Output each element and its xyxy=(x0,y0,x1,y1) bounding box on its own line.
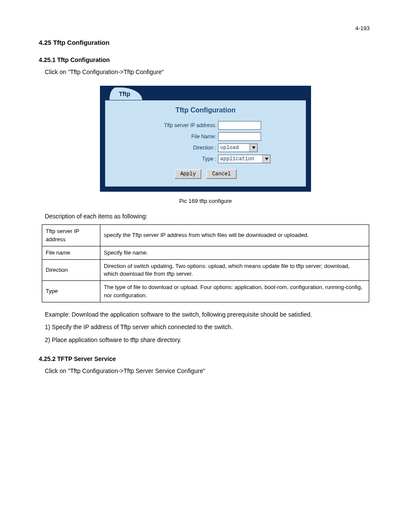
figure-caption: Pic 169 tftp configure xyxy=(39,198,372,204)
table-row: File name Specify file name. xyxy=(42,246,369,259)
panel-title: Tftp Configuration xyxy=(110,106,301,114)
label-file: File Name: xyxy=(110,134,218,140)
example-step-2: 2) Place application software to tftp sh… xyxy=(45,336,372,345)
tab-tftp[interactable]: Tftp xyxy=(109,87,142,100)
example-intro: Example: Download the application softwa… xyxy=(45,310,372,320)
page-number: 4-193 xyxy=(355,25,370,31)
description-table: Tftp server IP address specify the Tftp … xyxy=(42,224,369,302)
direction-value: upload xyxy=(218,144,249,152)
tab-row: Tftp xyxy=(100,86,311,100)
row-file: File Name: xyxy=(110,132,301,141)
cell-desc: Direction of switch updating. Two option… xyxy=(100,259,369,280)
subsection-heading-2: 4.25.2 TFTP Server Service xyxy=(39,355,372,362)
label-ip: Tftp server IP address: xyxy=(110,122,218,128)
cell-key: Direction xyxy=(42,259,100,280)
type-select[interactable]: application xyxy=(218,155,271,163)
button-row: Apply Cancel xyxy=(110,169,301,179)
svg-marker-1 xyxy=(265,158,268,160)
panel-body: Tftp Configuration Tftp server IP addres… xyxy=(105,100,306,187)
instruction-1: Click on "Tftp Configuration->Tftp Confi… xyxy=(45,68,372,77)
row-ip: Tftp server IP address: xyxy=(110,121,301,130)
row-direction: Direction : upload xyxy=(110,143,301,152)
ip-input[interactable] xyxy=(218,121,261,130)
direction-select[interactable]: upload xyxy=(218,143,258,152)
example-step-1: 1) Specify the IP address of Tftp server… xyxy=(45,323,372,332)
subsection-heading-1: 4.25.1 Tftp Configuration xyxy=(39,56,372,63)
type-value: application xyxy=(218,155,262,163)
table-row: Tftp server IP address specify the Tftp … xyxy=(42,225,369,246)
table-row: Direction Direction of switch updating. … xyxy=(42,259,369,280)
figure-container: Tftp Tftp Configuration Tftp server IP a… xyxy=(39,86,372,204)
cell-desc: The type of file to download or upload. … xyxy=(100,281,369,302)
table-row: Type The type of file to download or upl… xyxy=(42,281,369,302)
cell-key: Tftp server IP address xyxy=(42,225,100,246)
svg-marker-0 xyxy=(252,146,255,149)
label-type: Type : xyxy=(110,156,218,162)
cell-desc: specify the Tftp server IP address from … xyxy=(100,225,369,246)
cell-desc: Specify file name. xyxy=(100,246,369,259)
row-type: Type : application xyxy=(110,155,301,163)
section-heading: 4.25 Tftp Configuration xyxy=(39,39,372,46)
apply-button[interactable]: Apply xyxy=(174,169,201,179)
cell-key: File name xyxy=(42,246,100,259)
dropdown-icon xyxy=(262,155,270,163)
label-direction: Direction : xyxy=(110,145,218,151)
table-intro: Description of each items as following: xyxy=(45,212,372,221)
cell-key: Type xyxy=(42,281,100,302)
instruction-2: Click on "Tftp Configuration->Tftp Serve… xyxy=(45,367,372,376)
config-panel: Tftp Tftp Configuration Tftp server IP a… xyxy=(100,86,311,192)
dropdown-icon xyxy=(249,144,257,152)
cancel-button[interactable]: Cancel xyxy=(206,169,236,179)
file-name-input[interactable] xyxy=(218,132,261,141)
